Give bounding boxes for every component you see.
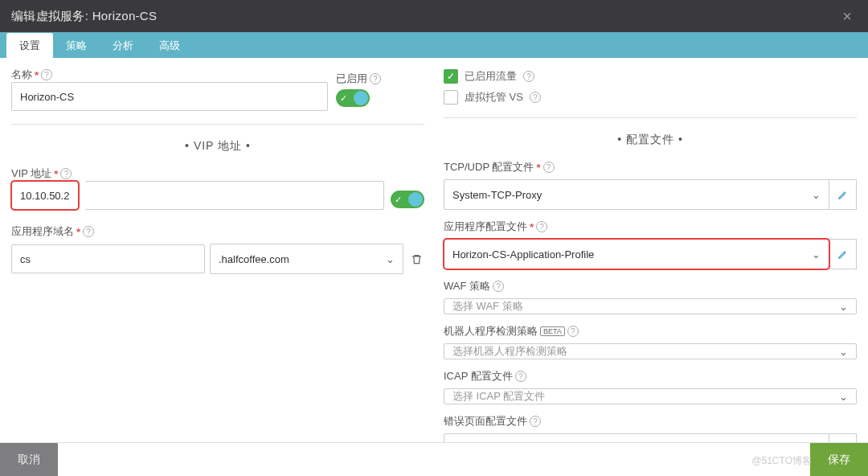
check-icon: ✓ (340, 93, 347, 104)
help-icon[interactable]: ? (530, 416, 541, 427)
virtual-hosting-label: 虚拟托管 VS (465, 90, 523, 105)
enabled-label: 已启用 ? (336, 72, 381, 86)
tab-settings[interactable]: 设置 (6, 33, 53, 58)
edit-tcp-button[interactable] (829, 179, 857, 210)
waf-label: WAF 策略 ? (444, 279, 857, 293)
profiles-section-title: • 配置文件 • (444, 117, 857, 155)
help-icon[interactable]: ? (536, 221, 547, 232)
error-profile-select[interactable]: Custom-Error-Page-Profile ✕ ⌄ (444, 433, 829, 442)
required-icon: * (76, 226, 80, 238)
tcp-profile-select[interactable]: System-TCP-Proxy ⌄ (444, 179, 829, 210)
chevron-down-icon: ⌄ (839, 301, 848, 313)
check-icon: ✓ (395, 195, 402, 205)
fqdn-input[interactable] (11, 244, 205, 273)
tab-advanced[interactable]: 高级 (146, 33, 193, 58)
vip-input[interactable] (11, 181, 79, 210)
cancel-button[interactable]: 取消 (0, 443, 58, 476)
vip-toggle[interactable]: ✓ (391, 191, 424, 208)
footer: 取消 @51CTO博客 保存 (0, 442, 868, 476)
enabled-toggle[interactable]: ✓ (336, 89, 370, 107)
beta-badge: BETA (540, 326, 565, 336)
chevron-down-icon: ⌄ (812, 189, 821, 201)
chevron-down-icon: ⌄ (839, 391, 848, 403)
icap-select[interactable]: 选择 ICAP 配置文件 ⌄ (444, 388, 857, 404)
required-icon: * (536, 162, 540, 174)
chevron-down-icon: ⌄ (812, 248, 821, 261)
waf-select[interactable]: 选择 WAF 策略 ⌄ (444, 298, 857, 314)
right-column: ✓ 已启用流量 ? 虚拟托管 VS ? • 配置文件 • TCP/UDP 配置文… (444, 68, 857, 442)
error-profile-label: 错误页面配置文件 ? (444, 414, 857, 429)
vip-input-ext (85, 181, 384, 210)
tcp-profile-label: TCP/UDP 配置文件* ? (444, 160, 857, 174)
vip-section-title: • VIP 地址 • (11, 124, 424, 162)
help-icon[interactable]: ? (567, 326, 579, 337)
tab-policy[interactable]: 策略 (53, 33, 100, 58)
left-column: 名称* ? 已启用 ? ✓ • VIP 地址 • (11, 68, 424, 442)
name-input[interactable] (11, 82, 328, 111)
help-icon[interactable]: ? (493, 281, 504, 292)
help-icon[interactable]: ? (60, 168, 72, 179)
save-button[interactable]: 保存 (810, 443, 868, 476)
name-label: 名称* ? (11, 68, 328, 82)
tab-analysis[interactable]: 分析 (100, 33, 146, 58)
virtual-hosting-checkbox[interactable] (444, 90, 458, 105)
close-icon[interactable]: × (837, 7, 857, 26)
fqdn-label: 应用程序域名* ? (11, 224, 424, 239)
bot-select[interactable]: 选择机器人程序检测策略 ⌄ (444, 343, 857, 359)
required-icon: * (35, 69, 39, 81)
help-icon[interactable]: ? (41, 69, 52, 80)
chevron-down-icon: ⌄ (839, 346, 848, 358)
edit-app-button[interactable] (829, 239, 857, 269)
modal-header: 编辑虚拟服务: Horizon-CS × (0, 0, 868, 32)
help-icon[interactable]: ? (543, 162, 555, 173)
edit-error-button[interactable] (829, 433, 857, 442)
required-icon: * (530, 221, 534, 233)
app-profile-label: 应用程序配置文件* ? (444, 220, 857, 234)
help-icon[interactable]: ? (83, 226, 94, 237)
traffic-enabled-label: 已启用流量 (465, 69, 517, 84)
icap-label: ICAP 配置文件 ? (444, 369, 857, 384)
help-icon[interactable]: ? (523, 71, 534, 82)
help-icon[interactable]: ? (370, 73, 381, 84)
delete-icon[interactable] (408, 251, 424, 267)
help-icon[interactable]: ? (515, 371, 526, 382)
app-profile-select[interactable]: Horizon-CS-Application-Profile ⌄ (444, 239, 829, 269)
watermark: @51CTO博客 (751, 454, 812, 468)
bot-label: 机器人程序检测策略 BETA ? (444, 324, 857, 339)
traffic-enabled-checkbox[interactable]: ✓ (444, 69, 458, 84)
vip-label: VIP 地址* ? (11, 166, 384, 181)
required-icon: * (54, 168, 58, 180)
modal-title: 编辑虚拟服务: Horizon-CS (11, 9, 157, 24)
tab-bar: 设置 策略 分析 高级 (0, 32, 868, 58)
chevron-down-icon: ⌄ (386, 253, 395, 265)
fqdn-domain-select[interactable]: .halfcoffee.com ⌄ (210, 244, 403, 274)
help-icon[interactable]: ? (530, 92, 541, 103)
